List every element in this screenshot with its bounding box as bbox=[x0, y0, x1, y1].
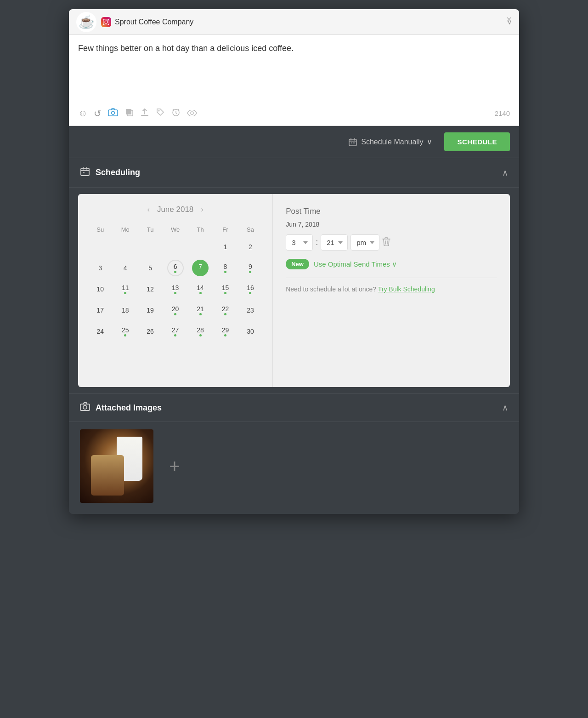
post-time-title: Post Time bbox=[286, 207, 497, 216]
svg-rect-7 bbox=[349, 139, 356, 146]
compose-toolbar: ☺ ↺ bbox=[78, 104, 510, 121]
calendar-day-cell[interactable]: 11 bbox=[113, 279, 137, 299]
minute-select[interactable]: 00051015202125303540455055 bbox=[321, 234, 348, 251]
calendar-day-cell[interactable]: 13 bbox=[163, 279, 187, 299]
calendar-day-cell[interactable]: 2 bbox=[238, 237, 262, 257]
svg-rect-0 bbox=[108, 110, 118, 116]
period-select[interactable]: ampm bbox=[351, 234, 379, 251]
calendar-day-cell bbox=[113, 237, 137, 257]
instagram-svg bbox=[103, 19, 109, 25]
camera-section-icon bbox=[80, 402, 90, 413]
instagram-icon bbox=[101, 17, 111, 27]
char-count: 2140 bbox=[495, 109, 510, 117]
close-button[interactable]: × bbox=[506, 15, 512, 24]
calendar-month: June 2018 bbox=[157, 205, 193, 214]
calendar-day-cell[interactable]: 30 bbox=[238, 321, 262, 342]
calendar-day-cell[interactable]: 18 bbox=[113, 300, 137, 320]
bulk-text: Need to schedule a lot at once? Try Bulk… bbox=[286, 285, 497, 293]
eye-icon[interactable] bbox=[187, 108, 197, 119]
attached-image-1[interactable] bbox=[80, 429, 153, 503]
delete-time-button[interactable] bbox=[382, 237, 390, 248]
time-selectors: 123456789101112 : 0005101520212530354045… bbox=[286, 234, 497, 251]
day-header-sa: Sa bbox=[238, 223, 262, 236]
calendar-day-cell[interactable]: 24 bbox=[88, 321, 112, 342]
modal-container: × ☕ Sprout Coffee Company ∨ Few things b… bbox=[69, 9, 519, 514]
calendar-day-cell[interactable]: 8 bbox=[213, 258, 237, 278]
calendar-day-cell[interactable]: 28 bbox=[188, 321, 212, 342]
day-header-th: Th bbox=[188, 223, 212, 236]
calendar-day-cell[interactable]: 26 bbox=[138, 321, 162, 342]
account-selector[interactable]: Sprout Coffee Company ∨ bbox=[101, 17, 512, 27]
time-colon: : bbox=[316, 238, 318, 247]
calendar-day-cell[interactable]: 25 bbox=[113, 321, 137, 342]
day-header-tu: Tu bbox=[138, 223, 162, 236]
recycle-icon[interactable]: ↺ bbox=[94, 108, 102, 119]
layers-icon[interactable] bbox=[124, 108, 134, 119]
tag-icon[interactable] bbox=[156, 108, 165, 119]
camera-icon[interactable] bbox=[108, 108, 118, 119]
hour-select[interactable]: 123456789101112 bbox=[286, 234, 313, 251]
svg-rect-2 bbox=[126, 109, 131, 114]
calendar-day-cell[interactable]: 9 bbox=[238, 258, 262, 278]
svg-point-1 bbox=[112, 111, 115, 114]
upload-icon[interactable] bbox=[140, 108, 149, 119]
calendar-day-cell[interactable]: 4 bbox=[113, 258, 137, 278]
emoji-icon[interactable]: ☺ bbox=[78, 108, 87, 119]
calendar-day-cell[interactable]: 21 bbox=[188, 300, 212, 320]
scheduling-body: ‹ June 2018 › Su Mo Tu We Th Fr Sa bbox=[78, 194, 510, 387]
day-header-we: We bbox=[163, 223, 187, 236]
schedule-button[interactable]: SCHEDULE bbox=[444, 132, 510, 151]
day-header-mo: Mo bbox=[113, 223, 137, 236]
calendar-panel: ‹ June 2018 › Su Mo Tu We Th Fr Sa bbox=[78, 194, 273, 387]
coffee-image bbox=[80, 429, 153, 503]
calendar-day-cell[interactable]: 17 bbox=[88, 300, 112, 320]
calendar-day-cell[interactable]: 10 bbox=[88, 279, 112, 299]
add-image-button[interactable]: + bbox=[161, 452, 188, 480]
svg-rect-8 bbox=[351, 142, 352, 143]
optimal-send-times-link[interactable]: Use Optimal Send Times ∨ bbox=[314, 260, 397, 268]
calendar-day-cell bbox=[188, 237, 212, 257]
post-time-date: Jun 7, 2018 bbox=[286, 221, 497, 228]
calendar-day-cell[interactable]: 22 bbox=[213, 300, 237, 320]
calendar-day-cell[interactable]: 14 bbox=[188, 279, 212, 299]
calendar-day-cell[interactable]: 27 bbox=[163, 321, 187, 342]
calendar-day-cell[interactable]: 3 bbox=[88, 258, 112, 278]
calendar-day-cell[interactable]: 5 bbox=[138, 258, 162, 278]
scheduling-collapse-button[interactable]: ∧ bbox=[502, 168, 508, 178]
compose-area: Few things better on a hot day than a de… bbox=[69, 35, 519, 126]
svg-point-6 bbox=[191, 112, 193, 114]
svg-point-13 bbox=[83, 405, 87, 409]
calendar-header: ‹ June 2018 › bbox=[87, 205, 263, 214]
scheduling-section-icon bbox=[80, 166, 90, 179]
compose-textarea[interactable]: Few things better on a hot day than a de… bbox=[78, 42, 510, 102]
calendar-day-cell bbox=[88, 237, 112, 257]
svg-point-4 bbox=[158, 110, 160, 112]
account-row: ☕ Sprout Coffee Company ∨ bbox=[69, 9, 519, 35]
bulk-scheduling-link[interactable]: Try Bulk Scheduling bbox=[378, 285, 435, 293]
day-header-su: Su bbox=[88, 223, 112, 236]
attached-images-collapse-button[interactable]: ∧ bbox=[502, 403, 508, 413]
calendar-next-button[interactable]: › bbox=[201, 205, 203, 214]
calendar-day-cell[interactable]: 12 bbox=[138, 279, 162, 299]
schedule-row: Schedule Manually ∨ SCHEDULE bbox=[69, 126, 519, 158]
schedule-manually-label: Schedule Manually bbox=[361, 138, 423, 146]
calendar-grid: Su Mo Tu We Th Fr Sa 1234567891011121314… bbox=[87, 222, 263, 342]
svg-rect-10 bbox=[81, 168, 89, 176]
calendar-day-cell[interactable]: 20 bbox=[163, 300, 187, 320]
calendar-day-cell[interactable]: 15 bbox=[213, 279, 237, 299]
scheduling-title: Scheduling bbox=[96, 168, 140, 177]
calendar-day-cell[interactable]: 7 bbox=[188, 258, 212, 278]
attached-images-section: Attached Images ∧ + bbox=[69, 393, 519, 514]
attached-images-header: Attached Images ∧ bbox=[69, 394, 519, 422]
alarm-icon[interactable] bbox=[171, 108, 181, 119]
calendar-day-cell[interactable]: 16 bbox=[238, 279, 262, 299]
calendar-day-cell[interactable]: 1 bbox=[213, 237, 237, 257]
calendar-day-cell[interactable]: 6 bbox=[163, 258, 187, 278]
bulk-description: Need to schedule a lot at once? bbox=[286, 285, 376, 293]
calendar-day-cell[interactable]: 29 bbox=[213, 321, 237, 342]
schedule-manually-button[interactable]: Schedule Manually ∨ bbox=[342, 133, 439, 151]
calendar-prev-button[interactable]: ‹ bbox=[147, 205, 150, 214]
calendar-day-cell[interactable]: 19 bbox=[138, 300, 162, 320]
calendar-day-cell[interactable]: 23 bbox=[238, 300, 262, 320]
svg-rect-11 bbox=[83, 172, 85, 173]
